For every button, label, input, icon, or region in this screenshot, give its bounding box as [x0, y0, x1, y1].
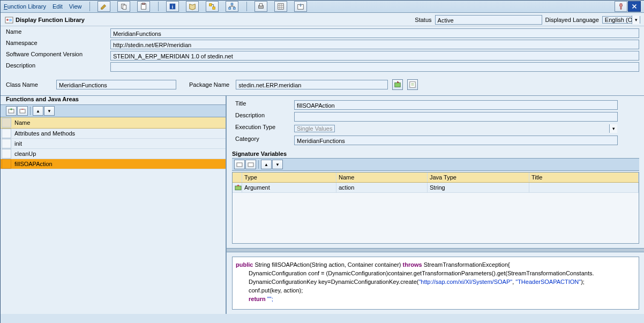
tree-item[interactable]: cleanUp	[1, 149, 226, 159]
signature-toolbar: ▲ ▼	[232, 158, 639, 171]
tree-header: Name	[1, 117, 226, 129]
functions-tree[interactable]: Attributes and MethodsinitcleanUpfillSOA…	[1, 129, 226, 314]
svg-rect-13	[278, 4, 283, 10]
code-line: return "";	[236, 295, 635, 303]
svg-rect-23	[248, 163, 253, 167]
status-field: Active	[435, 15, 542, 25]
sig-move-up-button[interactable]: ▲	[261, 160, 272, 169]
delete-row-button[interactable]	[17, 106, 28, 116]
swcv-field: STEDIN_A_ERP_MERIDIAN 1.0 of stedin.net	[110, 51, 639, 61]
sig-row-icon	[233, 183, 242, 192]
horizontal-splitter[interactable]	[227, 248, 644, 252]
fn-cat-label: Category	[232, 136, 291, 145]
functions-toolbar: ▲ ▼	[1, 104, 226, 117]
classname-field: MeridianFunctions	[56, 80, 176, 89]
svg-rect-7	[212, 7, 214, 9]
svg-rect-17	[9, 19, 12, 21]
sig-col-title: Title	[529, 172, 639, 182]
toolbar-paste-icon[interactable]	[137, 1, 150, 12]
sig-delete-button[interactable]	[245, 160, 256, 169]
sig-title	[529, 183, 639, 192]
tree-item-label: fillSOAPAction	[12, 161, 53, 167]
toolbar-edit-icon[interactable]	[98, 1, 110, 12]
signature-table: Type Name Java Type Title Argumentaction…	[232, 172, 639, 244]
toolbar-print-icon[interactable]	[254, 1, 267, 12]
svg-rect-24	[235, 186, 241, 190]
signature-title: Signature Variables	[232, 151, 639, 157]
toolbar-grid-icon[interactable]	[274, 1, 287, 12]
toolbar-pin-icon[interactable]	[615, 1, 627, 12]
code-line: DynamicConfigurationKey key=DynamicConfi…	[236, 277, 635, 286]
dropdown-arrow-icon[interactable]: ▾	[632, 16, 640, 24]
svg-rect-3	[142, 3, 145, 5]
sig-name: action	[336, 183, 428, 192]
dropdown-arrow-icon[interactable]: ▾	[609, 124, 617, 133]
import-instructions-button[interactable]	[407, 79, 418, 90]
sig-corner	[233, 172, 242, 182]
toolbar-close-icon[interactable]	[628, 1, 641, 12]
fn-exec-label: Execution Type	[232, 124, 291, 133]
archives-used-button[interactable]	[392, 79, 403, 90]
menu-edit[interactable]: Edit	[53, 3, 63, 10]
svg-rect-22	[237, 163, 242, 167]
row-handle-icon	[2, 139, 11, 148]
language-label: Displayed Language	[542, 17, 602, 23]
namespace-label: Namespace	[6, 40, 110, 49]
menu-function-library[interactable]: FFunction Libraryunction Library	[4, 3, 46, 10]
toolbar-hierarchy-icon[interactable]	[226, 1, 238, 12]
fn-cat-field: MeridianFunctions	[294, 136, 618, 145]
kw-throws: throws	[403, 261, 422, 268]
code-editor[interactable]: public String fillSOAPAction(String acti…	[232, 257, 639, 310]
functions-pane: Functions and Java Areas ▲ ▼ Name Attrib…	[1, 96, 227, 314]
svg-rect-10	[233, 7, 235, 10]
tree-corner-icon	[2, 118, 11, 127]
object-form: Name MeridianFunctions Namespace http://…	[1, 26, 644, 76]
sig-col-type: Type	[242, 172, 336, 182]
sig-type: Argument	[242, 183, 336, 192]
tree-item-label: cleanUp	[12, 151, 36, 157]
package-field: stedin.net.ERP.meridian	[236, 80, 388, 89]
toolbar-info-icon[interactable]: i	[166, 1, 179, 12]
sig-java: String	[428, 183, 529, 192]
toolbar-where-used-icon[interactable]	[206, 1, 219, 12]
add-row-button[interactable]	[6, 106, 17, 116]
code-line: DynamicConfiguration conf = (DynamicConf…	[236, 269, 635, 277]
svg-rect-1	[123, 5, 126, 9]
name-label: Name	[6, 28, 110, 38]
move-up-button[interactable]: ▲	[33, 106, 43, 116]
svg-rect-8	[231, 3, 233, 5]
tree-column-name: Name	[12, 119, 30, 126]
tree-item[interactable]: fillSOAPAction	[1, 159, 226, 169]
fn-desc-label: Description	[232, 112, 291, 122]
move-down-button[interactable]: ▼	[44, 106, 55, 116]
sig-row[interactable]: ArgumentactionString	[233, 183, 639, 193]
menu-bar: FFunction Libraryunction Library Edit Vi…	[1, 1, 644, 13]
svg-rect-19	[410, 82, 416, 88]
toolbar-book-icon[interactable]	[186, 1, 199, 12]
class-package-row: Class Name MeridianFunctions Package Nam…	[1, 76, 644, 95]
row-handle-icon	[2, 159, 11, 169]
code-line: conf.put(key, action);	[236, 286, 635, 295]
fn-exec-select[interactable]: Single Values	[294, 125, 335, 132]
toolbar-copy-icon[interactable]	[117, 1, 130, 12]
kw-public: public	[236, 261, 253, 268]
sig-col-java: Java Type	[428, 172, 529, 182]
detail-pane: Title fillSOAPAction Description Executi…	[227, 96, 644, 314]
svg-point-16	[6, 19, 9, 21]
classname-label: Class Name	[6, 81, 52, 88]
toolbar-export-icon[interactable]	[294, 1, 307, 12]
tree-item-label: init	[12, 140, 22, 147]
functions-title: Functions and Java Areas	[1, 96, 226, 104]
sig-add-button[interactable]	[234, 160, 245, 169]
tree-item[interactable]: Attributes and Methods	[1, 129, 226, 139]
tree-item[interactable]: init	[1, 139, 226, 149]
description-field	[110, 62, 639, 72]
function-library-icon	[5, 16, 13, 24]
status-label: Status	[411, 17, 435, 23]
menu-view[interactable]: View	[69, 3, 82, 10]
svg-rect-12	[259, 4, 262, 6]
sig-move-down-button[interactable]: ▼	[272, 160, 283, 169]
name-field: MeridianFunctions	[110, 28, 639, 38]
split-container: Functions and Java Areas ▲ ▼ Name Attrib…	[1, 95, 644, 314]
row-handle-icon	[2, 129, 11, 138]
